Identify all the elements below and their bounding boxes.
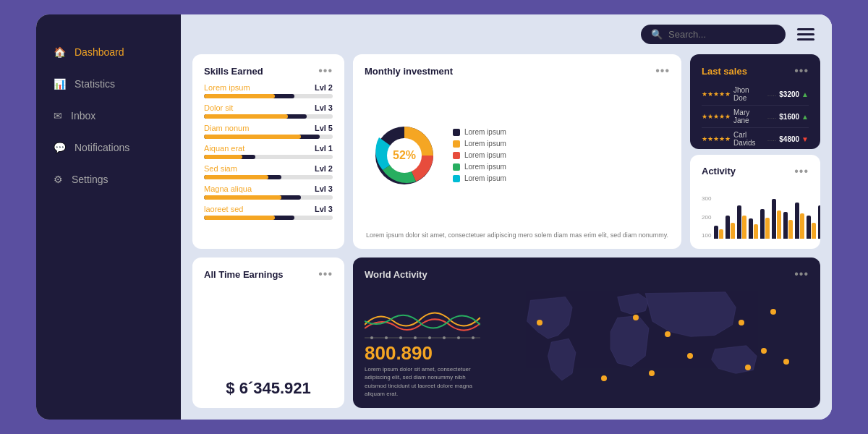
sales-dots: ..... [767,135,777,142]
legend-label: Lorem ipsum [464,140,506,148]
skill-orange-bar [204,155,242,159]
sales-amount: $1600 [779,113,799,121]
last-sales-title: Last sales [702,66,747,77]
map-dot [649,370,655,376]
skill-item: Lorem ipsum Lvl 2 [204,83,333,98]
world-menu[interactable]: ••• [794,268,809,281]
sidebar-item-settings[interactable]: ⚙ Settings [36,163,181,195]
sidebar-item-statistics[interactable]: 📊 Statistics [36,68,181,100]
world-content: 800.890 Lorem ipsum dolor sit amet, cons… [365,286,809,398]
hamburger-menu[interactable] [797,28,814,41]
earnings-menu[interactable]: ••• [318,268,333,281]
legend-color [453,129,460,136]
skill-bar [204,175,333,179]
skill-item: laoreet sed Lvl 3 [204,205,333,220]
world-left: 800.890 Lorem ipsum dolor sit amet, cons… [365,286,480,398]
skill-name: Magna aliqua [204,184,252,193]
main-content: 🔍 Skills Earned ••• Lorem ipsum Lvl 2 D [181,14,832,420]
header: 🔍 [181,14,832,54]
map-dots [489,286,809,398]
search-bar[interactable]: 🔍 [641,25,786,44]
skill-bar [204,155,333,159]
legend-label: Lorem ipsum [464,174,506,182]
skill-bar [204,94,333,98]
skills-card: Skills Earned ••• Lorem ipsum Lvl 2 Dolo… [192,54,344,249]
sales-name: Carl Davids [733,131,765,147]
hamburger-line-3 [797,38,814,41]
skills-menu[interactable]: ••• [318,64,333,77]
legend-color [453,163,460,171]
bar-group [760,209,770,239]
skill-name: laoreet sed [204,205,243,213]
sidebar-item-dashboard[interactable]: 🏠 Dashboard [36,36,181,68]
skill-name: Sed siam [204,164,237,173]
sales-amount: $3200 [779,90,799,98]
world-card: World Activity ••• [353,258,820,408]
main-grid: Skills Earned ••• Lorem ipsum Lvl 2 Dolo… [181,54,832,420]
activity-menu[interactable]: ••• [794,165,809,178]
skill-item: Sed siam Lvl 2 [204,164,333,179]
map-dot [633,315,639,320]
sidebar: 🏠 Dashboard 📊 Statistics ✉ Inbox 💬 Notif… [36,14,181,420]
sidebar-item-inbox[interactable]: ✉ Inbox [36,100,181,132]
skill-level: Lvl 2 [315,164,333,173]
sales-list: ★★★★★ Jhon Doe ..... $3200 ▲ ★★★★★ Mary … [702,83,809,149]
sales-dots: ..... [767,113,777,120]
last-sales-menu[interactable]: ••• [794,64,809,77]
skill-level: Lvl 5 [315,124,333,132]
svg-point-10 [472,336,475,339]
skill-level: Lvl 3 [315,205,333,213]
svg-point-6 [414,336,417,339]
map-dot [687,353,693,359]
bar-orange [754,224,758,239]
monthly-card: Monthly investment ••• 52% Lorem [353,54,681,249]
map-dot [770,309,776,315]
bar-orange [812,223,816,239]
sidebar-item-notifications[interactable]: 💬 Notifications [36,132,181,163]
bar-dark [807,216,811,239]
skill-orange-bar [204,94,275,98]
skill-name: Aiquan erat [204,144,244,153]
sales-row: ★★★★★ Carl Davids ..... $4800 ▼ [702,128,809,149]
svg-point-4 [385,336,388,339]
search-icon: 🔍 [651,29,663,40]
pie-legend: Lorem ipsum Lorem ipsum Lorem ipsum Lore… [453,128,506,182]
legend-item: Lorem ipsum [453,174,506,182]
earnings-card: All Time Earnings ••• $ 6´345.921 [192,258,344,408]
skill-bar [204,114,333,119]
bar-group [714,226,723,239]
skill-orange-bar [204,216,275,220]
skill-orange-bar [204,114,288,119]
legend-item: Lorem ipsum [453,128,506,136]
legend-item: Lorem ipsum [453,151,506,159]
world-title: World Activity [365,269,427,280]
skills-title: Skills Earned [204,66,263,77]
skill-orange-bar [204,135,301,139]
map-dot [783,359,789,365]
sales-dots: ..... [767,90,777,98]
bar-group [726,216,735,239]
earnings-amount: $ 6´345.921 [204,379,333,398]
legend-color [453,175,460,182]
home-icon: 🏠 [54,46,66,58]
y-label-100: 100 [702,232,711,239]
monthly-menu[interactable]: ••• [655,64,670,77]
skill-bar [204,135,333,139]
legend-label: Lorem ipsum [464,151,506,159]
monthly-header: Monthly investment ••• [365,64,670,77]
bar-group [783,212,793,239]
monthly-title: Monthly investment [365,66,453,77]
legend-item: Lorem ipsum [453,163,506,171]
svg-point-9 [457,336,460,339]
map-dot [537,320,542,326]
search-input[interactable] [668,29,770,40]
svg-point-5 [399,336,402,339]
sales-row: ★★★★★ Jhon Doe ..... $3200 ▲ [702,83,809,106]
map-dot [745,365,751,370]
pie-area: 52% Lorem ipsum Lorem ipsum Lorem ipsum … [365,83,670,227]
sales-trend: ▲ [801,113,809,121]
svg-point-7 [428,336,431,339]
bar-group [795,203,804,239]
sidebar-label-statistics: Statistics [75,78,115,90]
activity-title: Activity [702,166,736,176]
